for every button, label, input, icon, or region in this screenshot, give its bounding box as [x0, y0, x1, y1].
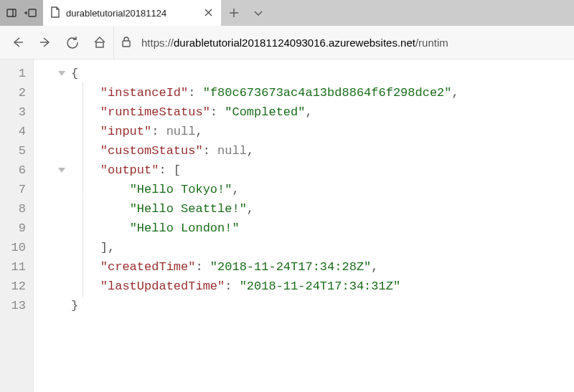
tab-aside-icon[interactable]: [6, 7, 17, 19]
browser-window: durabletutorial20181124: [0, 0, 574, 392]
tab-title: durabletutorial20181124: [66, 8, 196, 19]
json-line: "instanceId": "f80c673673ac4a13bd8864f6f…: [34, 83, 574, 102]
url-text: https://durabletutorial20181124093016.az…: [141, 37, 448, 49]
json-line: "createdTime": "2018-11-24T17:34:28Z",: [34, 257, 574, 277]
line-number: 5: [0, 141, 33, 161]
refresh-button[interactable]: [59, 26, 86, 59]
titlebar: durabletutorial20181124: [0, 0, 574, 26]
home-button[interactable]: [86, 26, 113, 59]
back-button[interactable]: [4, 26, 32, 59]
json-line: "Hello Tokyo!",: [34, 180, 574, 199]
browser-tab[interactable]: durabletutorial20181124: [43, 0, 222, 26]
json-content: { "instanceId": "f80c673673ac4a13bd8864f…: [34, 59, 574, 392]
tab-tools: [0, 0, 43, 26]
url-host: durabletutorial20181124093016.azurewebsi…: [174, 37, 415, 49]
url-path: /runtim: [415, 37, 448, 49]
json-line: "Hello London!": [34, 219, 574, 238]
tab-actions: [222, 0, 270, 26]
json-line: "runtimeStatus": "Completed",: [34, 102, 574, 122]
line-number: 10: [0, 238, 33, 257]
svg-rect-0: [7, 9, 16, 16]
address-bar: https://durabletutorial20181124093016.az…: [0, 26, 574, 59]
line-number: 13: [0, 296, 33, 315]
close-tab-button[interactable]: [202, 5, 215, 21]
tabs-set-aside-icon[interactable]: [24, 7, 37, 19]
json-line: }: [34, 296, 574, 315]
line-number: 6: [0, 161, 33, 180]
fold-toggle-icon[interactable]: [58, 168, 65, 173]
lock-icon: [121, 36, 131, 49]
svg-rect-10: [123, 41, 130, 47]
forward-button[interactable]: [32, 26, 59, 59]
json-viewer: 12345678910111213 { "instanceId": "f80c6…: [0, 59, 574, 392]
json-line: "output": [: [34, 161, 574, 180]
line-number: 2: [0, 83, 33, 102]
url-scheme: https://: [141, 37, 174, 49]
url-field[interactable]: https://durabletutorial20181124093016.az…: [113, 26, 570, 59]
line-number: 1: [0, 64, 33, 83]
json-line: "Hello Seattle!",: [34, 199, 574, 219]
indent-guide: [83, 83, 83, 297]
json-line: "customStatus": null,: [34, 141, 574, 161]
line-number: 7: [0, 180, 33, 199]
svg-rect-9: [96, 42, 103, 47]
svg-rect-2: [29, 9, 36, 16]
json-line: ],: [34, 238, 574, 257]
json-line: "lastUpdatedTime": "2018-11-24T17:34:31Z…: [34, 277, 574, 296]
line-number-gutter: 12345678910111213: [0, 59, 34, 392]
page-icon: [50, 6, 60, 20]
line-number: 8: [0, 199, 33, 219]
line-number: 12: [0, 277, 33, 296]
line-number: 4: [0, 122, 33, 141]
line-number: 11: [0, 257, 33, 277]
tab-preview-button[interactable]: [246, 0, 270, 26]
json-line: "input": null,: [34, 122, 574, 141]
fold-toggle-icon[interactable]: [58, 71, 65, 76]
line-number: 3: [0, 102, 33, 122]
json-line: {: [34, 64, 574, 83]
new-tab-button[interactable]: [222, 0, 246, 26]
line-number: 9: [0, 219, 33, 238]
